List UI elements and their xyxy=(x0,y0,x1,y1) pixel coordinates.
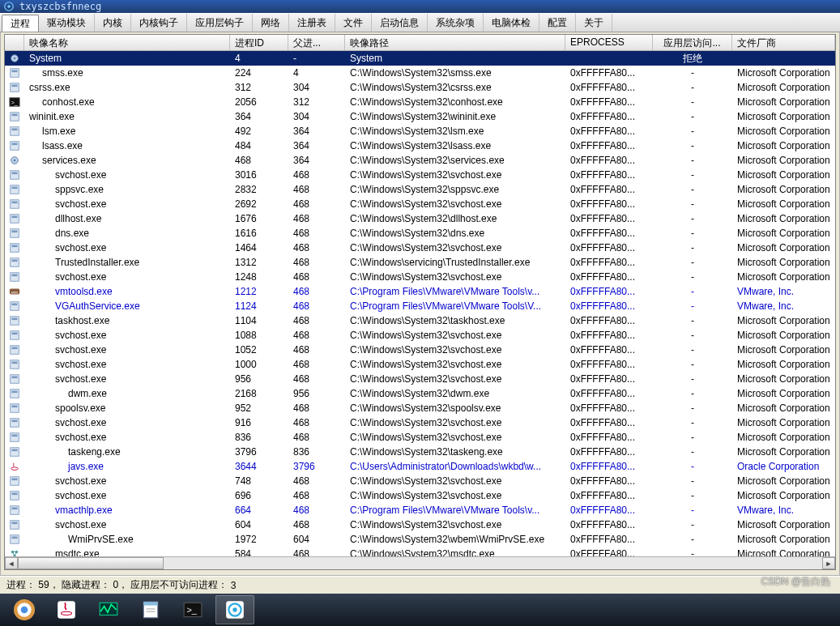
table-row[interactable]: System4-System拒绝 xyxy=(5,51,835,66)
tab-7[interactable]: 文件 xyxy=(335,14,372,32)
table-row[interactable]: services.exe468364C:\Windows\System32\se… xyxy=(5,153,835,168)
table-row[interactable]: TrustedInstaller.exe1312468C:\Windows\se… xyxy=(5,255,835,270)
table-row[interactable]: >_conhost.exe2056312C:\Windows\System32\… xyxy=(5,95,835,109)
watermark: CSDN @告白热 xyxy=(761,575,830,589)
taskbar-sysmon-icon[interactable] xyxy=(89,595,128,624)
taskbar-notepad-icon[interactable] xyxy=(131,595,170,624)
col-path[interactable]: 映像路径 xyxy=(345,35,565,50)
cell-eprocess: 0xFFFFFA80... xyxy=(565,490,653,501)
svg-point-88 xyxy=(232,607,237,611)
table-row[interactable]: svchost.exe956468C:\Windows\System32\svc… xyxy=(5,372,835,386)
table-row[interactable]: VGAuthService.exe1124468C:\Program Files… xyxy=(5,299,835,313)
tab-8[interactable]: 启动信息 xyxy=(372,14,428,32)
tab-6[interactable]: 注册表 xyxy=(289,14,335,32)
table-row[interactable]: lsass.exe484364C:\Windows\System32\lsass… xyxy=(5,138,835,153)
cell-pid: 1104 xyxy=(230,315,288,326)
cell-eprocess: 0xFFFFFA80... xyxy=(565,300,653,312)
cell-path: C:\Windows\System32\spoolsv.exe xyxy=(345,402,565,414)
svg-rect-22 xyxy=(11,200,19,209)
cell-vendor: Microsoft Corporation xyxy=(732,344,835,356)
cell-eprocess: 0xFFFFFA80... xyxy=(565,286,653,297)
table-row[interactable]: wininit.exe364304C:\Windows\System32\win… xyxy=(5,109,835,124)
table-row[interactable]: svchost.exe1248468C:\Windows\System32\sv… xyxy=(5,270,835,284)
table-row[interactable]: svchost.exe696468C:\Windows\System32\svc… xyxy=(5,488,835,503)
cell-vendor: Microsoft Corporation xyxy=(732,359,835,370)
col-access[interactable]: 应用层访问... xyxy=(653,35,732,50)
table-row[interactable]: svchost.exe1000468C:\Windows\System32\sv… xyxy=(5,357,835,372)
table-row[interactable]: dns.exe1616468C:\Windows\System32\dns.ex… xyxy=(5,226,835,241)
process-icon xyxy=(5,257,24,268)
cell-eprocess: 0xFFFFFA80... xyxy=(565,184,653,195)
table-row[interactable]: javs.exe36443796C:\Users\Administrator\D… xyxy=(5,459,835,474)
cell-access: - xyxy=(653,67,732,79)
cell-ppid: 468 xyxy=(288,228,345,239)
cell-ppid: 468 xyxy=(288,315,345,326)
scroll-left-button[interactable]: ◄ xyxy=(5,557,18,569)
col-vendor[interactable]: 文件厂商 xyxy=(732,35,835,50)
table-row[interactable]: dwm.exe2168956C:\Windows\System32\dwm.ex… xyxy=(5,386,835,401)
status-hidden-count: 0， xyxy=(113,578,128,592)
cell-access: - xyxy=(653,519,732,530)
table-row[interactable]: svchost.exe1464468C:\Windows\System32\sv… xyxy=(5,241,835,255)
tab-3[interactable]: 内核钩子 xyxy=(131,14,187,32)
tab-5[interactable]: 网络 xyxy=(253,14,289,32)
taskbar-pchunter-icon[interactable] xyxy=(215,595,254,624)
table-row[interactable]: svchost.exe1088468C:\Windows\System32\sv… xyxy=(5,328,835,343)
cell-path: C:\Windows\System32\svchost.exe xyxy=(345,169,565,181)
tab-11[interactable]: 配置 xyxy=(539,14,576,32)
cell-pid: 1972 xyxy=(230,534,288,545)
svg-rect-57 xyxy=(12,449,18,452)
cell-pid: 696 xyxy=(230,490,288,501)
tab-1[interactable]: 驱动模块 xyxy=(39,14,95,32)
col-ppid[interactable]: 父进... xyxy=(288,35,345,50)
col-pid[interactable]: 进程ID xyxy=(230,35,288,50)
taskbar-chrome-icon[interactable] xyxy=(5,595,44,624)
table-row[interactable]: svchost.exe916468C:\Windows\System32\svc… xyxy=(5,415,835,430)
cell-vendor: Microsoft Corporation xyxy=(732,388,835,399)
table-row[interactable]: svchost.exe748468C:\Windows\System32\svc… xyxy=(5,474,835,488)
table-row[interactable]: taskeng.exe3796836C:\Windows\System32\ta… xyxy=(5,445,835,459)
table-row[interactable]: lsm.exe492364C:\Windows\System32\lsm.exe… xyxy=(5,124,835,138)
scroll-right-button[interactable]: ► xyxy=(822,557,835,569)
table-row[interactable]: svchost.exe836468C:\Windows\System32\svc… xyxy=(5,430,835,445)
table-row[interactable]: svchost.exe3016468C:\Windows\System32\sv… xyxy=(5,168,835,182)
cell-vendor: Microsoft Corporation xyxy=(732,548,835,556)
scroll-track[interactable] xyxy=(18,557,822,569)
table-row[interactable]: WmiPrvSE.exe1972604C:\Windows\System32\w… xyxy=(5,532,835,547)
process-icon xyxy=(5,446,24,458)
hscrollbar[interactable]: ◄ ► xyxy=(5,556,835,569)
cell-eprocess: 0xFFFFFA80... xyxy=(565,140,653,151)
grid-header[interactable]: 映像名称 进程ID 父进... 映像路径 EPROCESS 应用层访问... 文… xyxy=(5,35,835,51)
taskbar-java-icon[interactable] xyxy=(47,595,86,624)
taskbar-cmd-icon[interactable]: >_ xyxy=(173,595,212,624)
col-eprocess[interactable]: EPROCESS xyxy=(565,35,653,50)
tab-12[interactable]: 关于 xyxy=(576,14,612,32)
table-row[interactable]: smss.exe2244C:\Windows\System32\smss.exe… xyxy=(5,66,835,80)
tab-9[interactable]: 系统杂项 xyxy=(428,14,484,32)
tab-4[interactable]: 应用层钩子 xyxy=(187,14,253,32)
table-row[interactable]: msdtc.exe584468C:\Windows\System32\msdtc… xyxy=(5,547,835,556)
table-row[interactable]: taskhost.exe1104468C:\Windows\System32\t… xyxy=(5,313,835,328)
table-row[interactable]: svchost.exe604468C:\Windows\System32\svc… xyxy=(5,517,835,532)
col-icon[interactable] xyxy=(5,35,24,50)
table-row[interactable]: spoolsv.exe952468C:\Windows\System32\spo… xyxy=(5,401,835,415)
scroll-thumb[interactable] xyxy=(18,557,164,569)
process-icon xyxy=(5,228,24,239)
tab-2[interactable]: 内核 xyxy=(95,14,131,32)
grid-body[interactable]: System4-System拒绝smss.exe2244C:\Windows\S… xyxy=(5,51,835,556)
table-row[interactable]: sppsvc.exe2832468C:\Windows\System32\spp… xyxy=(5,182,835,197)
cell-eprocess: 0xFFFFFA80... xyxy=(565,155,653,166)
cell-path: C:\Windows\System32\taskhost.exe xyxy=(345,315,565,326)
tab-0[interactable]: 进程 xyxy=(2,15,39,32)
col-name[interactable]: 映像名称 xyxy=(24,35,230,50)
table-row[interactable]: vmvmtoolsd.exe1212468C:\Program Files\VM… xyxy=(5,284,835,299)
table-row[interactable]: svchost.exe2692468C:\Windows\System32\sv… xyxy=(5,197,835,211)
table-row[interactable]: svchost.exe1052468C:\Windows\System32\sv… xyxy=(5,343,835,357)
table-row[interactable]: vmacthlp.exe664468C:\Program Files\VMwar… xyxy=(5,503,835,517)
cell-ppid: 468 xyxy=(288,417,345,428)
cell-eprocess: 0xFFFFFA80... xyxy=(565,373,653,385)
table-row[interactable]: dllhost.exe1676468C:\Windows\System32\dl… xyxy=(5,211,835,226)
tab-10[interactable]: 电脑体检 xyxy=(484,14,539,32)
table-row[interactable]: csrss.exe312304C:\Windows\System32\csrss… xyxy=(5,80,835,95)
cell-path: C:\Windows\System32\sppsvc.exe xyxy=(345,184,565,195)
